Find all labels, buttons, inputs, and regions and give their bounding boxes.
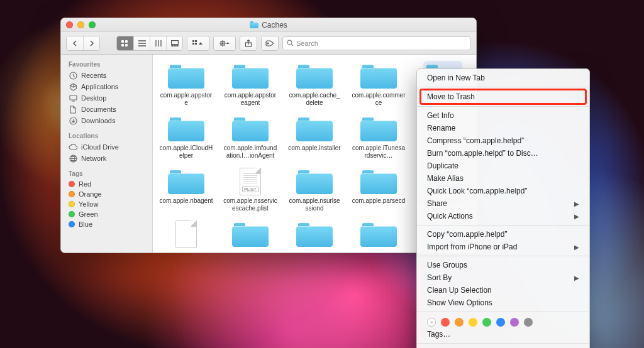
- tag-color-yellow[interactable]: [469, 318, 477, 327]
- file-item[interactable]: com.apple.imfoundation.I…ionAgent: [218, 111, 282, 164]
- menu-burn[interactable]: Burn “com.apple.helpd” to Disc…: [417, 147, 589, 160]
- folder-icon: [296, 63, 333, 89]
- sidebar-item-recents[interactable]: Recents: [61, 70, 152, 81]
- sidebar-tag-red[interactable]: Red: [61, 179, 152, 189]
- menu-separator: [417, 87, 589, 87]
- sidebar-item-desktop[interactable]: Desktop: [61, 92, 152, 104]
- action-menu-button[interactable]: [214, 36, 235, 50]
- menu-quick-actions[interactable]: Quick Actions▶: [417, 210, 589, 222]
- file-item[interactable]: com.apple.iCloudHelper: [154, 111, 218, 164]
- menu-use-groups[interactable]: Use Groups: [417, 259, 589, 271]
- menu-view-options[interactable]: Show View Options: [417, 296, 589, 309]
- tag-color-gray[interactable]: [524, 318, 533, 327]
- menu-sort-by[interactable]: Sort By▶: [417, 271, 589, 284]
- file-item[interactable]: com.apple.cache_delete: [282, 58, 347, 111]
- tag-color-purple[interactable]: [510, 318, 519, 327]
- sidebar-item-icloud[interactable]: iCloud Drive: [61, 141, 152, 153]
- file-item[interactable]: com.apple.parsecd: [347, 164, 411, 217]
- file-label: com.apple.appstore: [157, 91, 215, 107]
- menu-rename[interactable]: Rename: [417, 122, 589, 134]
- sidebar-item-documents[interactable]: Documents: [61, 104, 152, 115]
- sidebar-tag-blue[interactable]: Blue: [61, 219, 152, 229]
- file-item[interactable]: com.apple.appstoreagent: [218, 58, 282, 111]
- folder-icon: [296, 116, 333, 141]
- submenu-arrow-icon: ▶: [574, 213, 579, 220]
- share-button[interactable]: [240, 36, 257, 50]
- column-view-button[interactable]: [150, 36, 166, 50]
- forward-button[interactable]: [83, 36, 99, 50]
- clock-icon: [69, 71, 77, 80]
- menu-share[interactable]: Share▶: [417, 197, 589, 210]
- file-item[interactable]: [347, 217, 411, 253]
- tag-color-red[interactable]: [441, 318, 450, 327]
- file-item[interactable]: com.apple.nsurlsessiond: [282, 164, 347, 217]
- edit-tags-button[interactable]: [262, 36, 278, 50]
- menu-import[interactable]: Import from iPhone or iPad▶: [417, 241, 589, 253]
- gallery-view-button[interactable]: [166, 36, 182, 50]
- menu-quick-look[interactable]: Quick Look “com.apple.helpd”: [417, 185, 589, 197]
- file-label: com.apple.installer: [286, 144, 342, 153]
- file-item[interactable]: com.apple.appstore: [154, 58, 218, 111]
- folder-icon: [168, 116, 204, 141]
- back-button[interactable]: [67, 36, 83, 50]
- minimize-window-button[interactable]: [77, 21, 84, 28]
- globe-icon: [69, 154, 77, 163]
- tags-button-wrap: [261, 36, 279, 51]
- sidebar-item-downloads[interactable]: Downloads: [61, 115, 152, 126]
- list-view-button[interactable]: [133, 36, 150, 50]
- file-label: com.apple.commerce: [350, 91, 408, 107]
- search-field[interactable]: Search: [282, 36, 471, 50]
- file-item[interactable]: [154, 217, 218, 253]
- menu-separator: [417, 225, 589, 226]
- sidebar-tag-orange[interactable]: Orange: [61, 189, 152, 199]
- menu-open-new-tab[interactable]: Open in New Tab: [417, 72, 589, 84]
- tag-dot-icon: [69, 191, 75, 197]
- menu-move-to-trash[interactable]: Move to Trash: [421, 90, 586, 104]
- sidebar-tag-yellow[interactable]: Yellow: [61, 199, 152, 209]
- icon-view-button[interactable]: [117, 36, 133, 50]
- file-item[interactable]: com.apple.nbagent: [154, 164, 218, 217]
- tag-color-orange[interactable]: [455, 318, 464, 327]
- file-item[interactable]: com.apple.commerce: [347, 58, 411, 111]
- svg-point-22: [287, 40, 292, 45]
- file-item[interactable]: com.apple.iTunesardservic…: [347, 111, 411, 164]
- file-item[interactable]: [282, 217, 347, 253]
- file-item[interactable]: [218, 217, 282, 253]
- menu-get-info[interactable]: Get Info: [417, 109, 589, 122]
- menu-make-alias[interactable]: Make Alias: [417, 172, 589, 185]
- file-item[interactable]: com.apple.installer: [282, 111, 347, 164]
- file-label: [313, 249, 316, 251]
- folder-icon: [360, 169, 397, 194]
- svg-rect-15: [195, 40, 197, 42]
- file-item[interactable]: PLISTcom.apple.nsservicescache.plist: [218, 164, 282, 217]
- cloud-icon: [69, 143, 77, 151]
- search-placeholder: Search: [296, 40, 318, 47]
- group-by-button[interactable]: [187, 36, 209, 50]
- menu-copy[interactable]: Copy “com.apple.helpd”: [417, 228, 589, 241]
- sidebar-section-favourites: Favourites: [61, 60, 152, 70]
- file-label: com.apple.cache_delete: [286, 91, 343, 107]
- svg-rect-17: [195, 43, 197, 45]
- sidebar-item-network[interactable]: Network: [61, 153, 152, 164]
- tag-color-none[interactable]: [427, 318, 436, 327]
- file-label: com.apple.iTunesardservic…: [350, 144, 408, 160]
- close-window-button[interactable]: [66, 21, 73, 28]
- toolbar: Search: [61, 32, 476, 55]
- menu-duplicate[interactable]: Duplicate: [417, 160, 589, 172]
- sidebar-item-applications[interactable]: Applications: [61, 81, 152, 92]
- svg-point-19: [222, 42, 223, 43]
- menu-tags[interactable]: Tags…: [417, 328, 589, 340]
- menu-compress[interactable]: Compress “com.apple.helpd”: [417, 134, 589, 147]
- tag-color-blue[interactable]: [496, 318, 505, 327]
- sidebar: Favourites Recents Applications Desktop …: [61, 55, 153, 253]
- svg-rect-2: [121, 44, 124, 46]
- folder-icon: [168, 63, 204, 89]
- file-label: com.apple.iCloudHelper: [157, 144, 215, 160]
- menu-clean-up[interactable]: Clean Up Selection: [417, 284, 589, 296]
- submenu-arrow-icon: ▶: [574, 244, 579, 251]
- sidebar-tag-green[interactable]: Green: [61, 209, 152, 219]
- folder-icon: [360, 116, 397, 141]
- zoom-window-button[interactable]: [89, 21, 96, 28]
- tag-color-green[interactable]: [482, 318, 491, 327]
- sidebar-section-locations: Locations: [61, 131, 152, 141]
